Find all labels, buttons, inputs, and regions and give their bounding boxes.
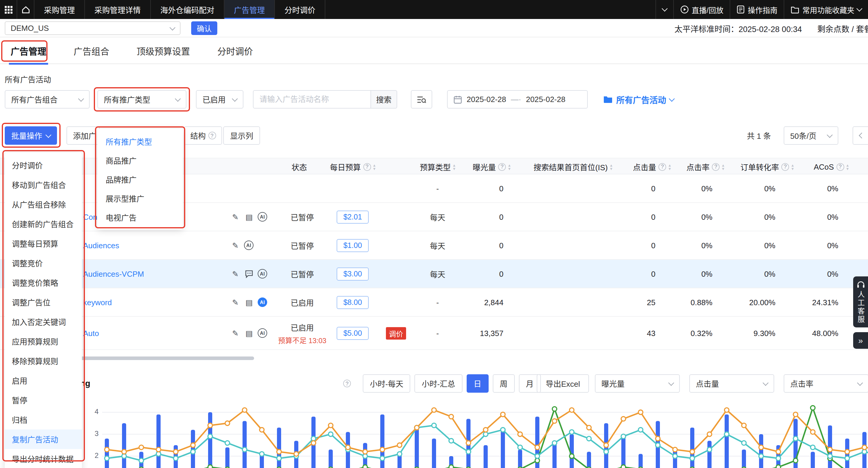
column-header[interactable]: 搜索结果首页首位(IS)▴▾ [520, 158, 626, 175]
metric-select[interactable]: 点击量 [689, 374, 774, 393]
status-text: 已启用 [290, 323, 314, 332]
promo-type-option[interactable]: 展示型推广 [97, 189, 183, 208]
page-tab-3[interactable]: 顶级预算设置 [136, 44, 190, 57]
topnav-tab-3[interactable]: 海外仓编码配对 [151, 0, 224, 19]
topnav-tab-2[interactable]: 采购管理详情 [85, 0, 151, 19]
account-select[interactable]: DEMO_US [5, 21, 181, 35]
edit-icon[interactable]: ✎ [230, 297, 241, 307]
metric-select[interactable]: 曝光量 [595, 374, 680, 393]
promo-type-option[interactable]: 品牌推广 [97, 170, 183, 189]
page-size-value: 50条/页 [790, 130, 816, 141]
portfolio-select[interactable]: 所有广告组合 [5, 90, 90, 108]
structure-button[interactable]: 结构? [184, 126, 222, 145]
campaign-name-link[interactable]: Auto [83, 329, 99, 337]
guide-button[interactable]: 操作指南 [730, 0, 784, 19]
apps-grid-icon[interactable] [0, 0, 17, 19]
chart-range-button[interactable]: 小时-汇总 [415, 374, 463, 393]
prev-page-button[interactable] [852, 126, 868, 145]
daily-budget-value[interactable]: $3.00 [337, 267, 369, 280]
export-excel-button[interactable]: 导出Excel [537, 374, 589, 393]
filter-search-icon-button[interactable] [411, 90, 432, 108]
date-range-picker[interactable]: 2025-02-28 —· 2025-02-28 [447, 90, 588, 108]
edit-icon[interactable]: ✎ [230, 240, 241, 250]
document-icon[interactable]: ▤ [244, 212, 254, 222]
batch-menu-item[interactable]: 移动到广告组合 [5, 175, 82, 195]
promo-type-select[interactable]: 所有推广类型 [97, 90, 186, 108]
ai-icon[interactable]: AI [258, 298, 267, 307]
promo-type-option[interactable]: 电视广告 [97, 208, 183, 227]
batch-menu-item[interactable]: 复制广告活动 [5, 429, 82, 449]
document-icon[interactable]: ▤ [244, 297, 254, 307]
home-icon[interactable] [17, 0, 34, 19]
ai-icon[interactable]: AI [258, 328, 267, 338]
show-columns-button[interactable]: 显示列 [223, 126, 260, 145]
column-header[interactable]: 每日预算?▴▾ [317, 158, 388, 175]
page-size-select[interactable]: 50条/页 [784, 126, 838, 145]
favorites-button[interactable]: 常用功能收藏夹 [784, 0, 868, 19]
campaign-name-input[interactable] [253, 90, 371, 108]
chart-range-button[interactable]: 周 [493, 374, 515, 393]
table-row[interactable]: Audiences-VCPM✎AI已暂停$3.00每天000%0%0% [0, 260, 868, 288]
column-header[interactable]: ACoS?▴▾ [796, 158, 867, 175]
edit-icon[interactable]: ✎ [230, 269, 241, 279]
chart-range-button[interactable]: 日 [466, 374, 488, 393]
daily-budget-value[interactable]: $5.00 [337, 327, 369, 340]
batch-menu-item[interactable]: 应用预算规则 [5, 332, 82, 351]
edit-icon[interactable]: ✎ [230, 212, 241, 222]
batch-menu-item[interactable]: 调整竞价策略 [5, 273, 82, 293]
campaign-name-link[interactable]: keyword [83, 298, 112, 307]
topnav-tab-4[interactable]: 广告管理 [224, 0, 275, 19]
batch-menu-item[interactable]: 启用 [5, 371, 82, 390]
table-row[interactable]: Auto✎▤AI已启用预算不足 13:03$5.00调价-13,357430.3… [0, 317, 868, 350]
confirm-button[interactable]: 确认 [191, 21, 217, 35]
page-tab-4[interactable]: 分时调价 [217, 44, 253, 57]
page-tab-2[interactable]: 广告组合 [73, 44, 109, 57]
chart-range-button[interactable]: 小时-每天 [363, 374, 410, 393]
date-end: 2025-02-28 [526, 95, 565, 104]
calendar-icon [454, 95, 462, 103]
campaign-name-link[interactable]: Audiences [83, 241, 119, 250]
batch-menu-item[interactable]: 调整竞价 [5, 253, 82, 273]
table-row[interactable]: Audiences✎AI已暂停$1.00每天000%0%0% [0, 231, 868, 260]
topnav-tab-1[interactable]: 采购管理 [34, 0, 85, 19]
reprice-badge[interactable]: 调价 [386, 327, 406, 339]
ai-icon[interactable]: AI [244, 240, 253, 250]
table-row[interactable]: keyword✎▤AI已启用$8.00-2,844250.88%20.00%24… [0, 288, 868, 317]
status-select[interactable]: 已启用 [196, 90, 243, 108]
topnav-tab-5[interactable]: 分时调价 [275, 0, 326, 19]
batch-menu-item[interactable]: 移除预算规则 [5, 351, 82, 371]
batch-menu-item[interactable]: 创建新的广告组合 [5, 214, 82, 234]
daily-budget-value[interactable]: $2.01 [337, 210, 369, 223]
customer-service-button[interactable]: 人工客服 [853, 276, 868, 327]
collapse-panel-button[interactable]: » [853, 332, 868, 349]
batch-menu-item[interactable]: 加入否定关键词 [5, 312, 82, 332]
ai-icon[interactable]: AI [258, 269, 267, 278]
batch-menu-item[interactable]: 调整每日预算 [5, 234, 82, 253]
page-tab-1[interactable]: 广告管理 [11, 44, 46, 57]
promo-type-option[interactable]: 所有推广类型 [97, 132, 183, 151]
batch-menu-item[interactable]: 归档 [5, 410, 82, 429]
metric-select[interactable]: 点击率 [784, 374, 868, 393]
batch-menu-item[interactable]: 从广告组合移除 [5, 195, 82, 214]
column-header[interactable]: 曝光量?▴▾ [456, 158, 527, 175]
batch-menu-item[interactable]: 分时调价 [5, 156, 82, 175]
search-button[interactable]: 搜索 [371, 90, 397, 108]
comment-icon[interactable] [244, 269, 254, 279]
batch-menu-item[interactable]: 导出分时统计数据 [5, 449, 82, 468]
document-icon[interactable]: ▤ [244, 328, 254, 338]
batch-menu-item[interactable]: 暂停 [5, 390, 82, 410]
daily-budget-value[interactable]: $1.00 [337, 239, 369, 252]
batch-menu-item[interactable]: 调整广告位 [5, 293, 82, 312]
sort-down-icon: ▾ [846, 167, 849, 170]
campaign-name-link[interactable]: Audiences-VCPM [83, 269, 144, 278]
batch-operations-button[interactable]: 批量操作 [5, 126, 57, 145]
promo-type-option[interactable]: 商品推广 [97, 151, 183, 170]
daily-budget-value[interactable]: $8.00 [337, 296, 369, 309]
chevron-down-icon [857, 6, 862, 11]
ai-icon[interactable]: AI [258, 212, 267, 222]
add-campaign-button[interactable]: 添加广 [66, 126, 100, 145]
edit-icon[interactable]: ✎ [230, 328, 241, 338]
live-replay-button[interactable]: 直播/回放 [673, 0, 730, 19]
nav-collapse-chevron-icon[interactable] [655, 0, 673, 19]
campaign-scope-link[interactable]: 所有广告活动 [603, 90, 674, 108]
